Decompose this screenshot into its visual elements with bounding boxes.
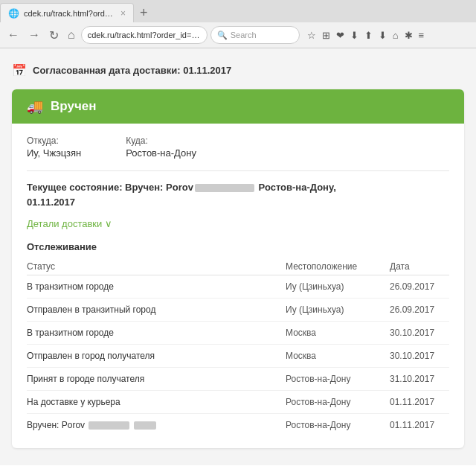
chevron-down-icon: ∨ <box>105 218 112 229</box>
tab-title: cdek.ru/track.html?order_id=Z... <box>24 9 116 18</box>
tracking-date-cell: 26.09.2017 <box>390 275 449 299</box>
heart-icon[interactable]: ❤ <box>335 28 346 42</box>
tracking-location-cell: Иу (Цзиньхуа) <box>286 275 390 299</box>
tracking-status-cell: В транзитном городе <box>27 322 286 345</box>
tracking-location-cell: Ростов-на-Дону <box>286 391 390 414</box>
tracking-date-cell: 01.11.2017 <box>390 414 449 437</box>
tracking-date-cell: 01.11.2017 <box>390 391 449 414</box>
tab-bar: 🌐 cdek.ru/track.html?order_id=Z... × + <box>0 0 476 22</box>
col-header-status: Статус <box>27 258 286 275</box>
save-icon[interactable]: ⬇ <box>377 28 388 42</box>
card-body: Откуда: Иу, Чжэцзян Куда: Ростов-на-Дону… <box>12 124 464 448</box>
tracking-location-cell: Ростов-на-Дону <box>286 368 390 391</box>
from-label: Откуда: <box>27 135 81 146</box>
tracking-location-cell: Москва <box>286 322 390 345</box>
tracking-date-cell: 30.10.2017 <box>390 345 449 368</box>
home-button[interactable]: ⌂ <box>65 27 78 43</box>
tracking-status-cell: Принят в городе получателя <box>27 368 286 391</box>
redacted-name-1 <box>195 184 254 192</box>
details-link-text: Детали доставки <box>27 218 102 229</box>
current-status-suffix: Ростов-на-Дону, <box>259 182 336 193</box>
delivery-date-section: 📅 Согласованная дата доставки: 01.11.201… <box>12 57 464 89</box>
current-status: Текущее состояние: Вручен: Porov Ростов-… <box>27 180 449 209</box>
url-bar[interactable]: cdek.ru/track.html?order_id=Z... <box>81 26 208 44</box>
search-box[interactable]: 🔍 Search <box>210 26 300 44</box>
tracking-status-cell: Отправлен в транзитный город <box>27 299 286 322</box>
card-header: 🚚 Вручен <box>12 89 464 124</box>
tracking-date-cell: 31.10.2017 <box>390 368 449 391</box>
reload-button[interactable]: ↻ <box>46 27 62 44</box>
to-section: Куда: Ростов-на-Дону <box>126 135 196 159</box>
new-tab-button[interactable]: + <box>134 3 154 22</box>
col-header-date: Дата <box>390 258 449 275</box>
tracking-location-cell: Иу (Цзиньхуа) <box>286 299 390 322</box>
tracking-status-cell: Отправлен в город получателя <box>27 345 286 368</box>
delivery-card: 🚚 Вручен Откуда: Иу, Чжэцзян Куда: Росто… <box>12 89 464 448</box>
divider-1 <box>27 170 449 171</box>
table-row: В транзитном городеИу (Цзиньхуа)26.09.20… <box>27 275 449 299</box>
table-row: Отправлен в транзитный городИу (Цзиньхуа… <box>27 299 449 322</box>
table-row: На доставке у курьераРостов-на-Дону01.11… <box>27 391 449 414</box>
table-row: Вручен: Porov Ростов-на-Дону01.11.2017 <box>27 414 449 437</box>
settings-icon[interactable]: ✱ <box>403 28 414 42</box>
search-icon: 🔍 <box>217 31 228 40</box>
table-row: Принят в городе получателяРостов-на-Дону… <box>27 368 449 391</box>
to-label: Куда: <box>126 135 196 146</box>
tracking-status-cell: На доставке у курьера <box>27 391 286 414</box>
forward-button[interactable]: → <box>25 27 43 43</box>
grid-icon[interactable]: ⊞ <box>321 28 332 42</box>
tracking-location-cell: Ростов-на-Дону <box>286 414 390 437</box>
tab-favicon-icon: 🌐 <box>8 8 19 19</box>
home-nav-icon[interactable]: ⌂ <box>391 28 400 42</box>
page-content: 📅 Согласованная дата доставки: 01.11.201… <box>0 48 476 465</box>
menu-icon[interactable]: ≡ <box>417 28 426 42</box>
table-row: В транзитном городеМосква30.10.2017 <box>27 322 449 345</box>
from-to-row: Откуда: Иу, Чжэцзян Куда: Ростов-на-Дону <box>27 135 449 159</box>
redacted-bar <box>134 421 156 430</box>
from-section: Откуда: Иу, Чжэцзян <box>27 135 81 159</box>
details-link[interactable]: Детали доставки ∨ <box>27 218 449 229</box>
browser-tab[interactable]: 🌐 cdek.ru/track.html?order_id=Z... × <box>0 3 134 22</box>
star-icon[interactable]: ☆ <box>306 28 318 42</box>
tracking-location-cell: Москва <box>286 345 390 368</box>
table-row: Отправлен в город получателяМосква30.10.… <box>27 345 449 368</box>
to-value: Ростов-на-Дону <box>126 147 196 159</box>
current-status-date: 01.11.2017 <box>27 197 75 208</box>
tracking-status-cell: Вручен: Porov <box>27 414 286 437</box>
download-icon[interactable]: ⬇ <box>349 28 360 42</box>
tracking-table: Статус Местоположение Дата В транзитном … <box>27 258 449 436</box>
tracking-date-cell: 30.10.2017 <box>390 322 449 345</box>
tab-close-button[interactable]: × <box>120 8 126 19</box>
browser-chrome: 🌐 cdek.ru/track.html?order_id=Z... × + ←… <box>0 0 476 48</box>
tracking-status-cell: В транзитном городе <box>27 275 286 299</box>
delivery-date-label: Согласованная дата доставки: 01.11.2017 <box>33 65 231 76</box>
current-status-prefix: Текущее состояние: Вручен: Porov <box>27 182 193 193</box>
card-header-title: Вручен <box>51 99 96 114</box>
search-placeholder-text: Search <box>231 31 257 39</box>
back-button[interactable]: ← <box>4 27 22 43</box>
toolbar-icons: ☆ ⊞ ❤ ⬇ ⬆ ⬇ ⌂ ✱ ≡ <box>306 28 425 42</box>
truck-icon: 🚚 <box>27 98 43 115</box>
url-text: cdek.ru/track.html?order_id=Z... <box>88 31 201 39</box>
col-header-location: Местоположение <box>286 258 390 275</box>
calendar-icon: 📅 <box>12 63 27 77</box>
tracking-date-cell: 26.09.2017 <box>390 299 449 322</box>
tracking-section-title: Отслеживание <box>27 241 449 252</box>
redacted-bar <box>89 421 129 430</box>
from-value: Иу, Чжэцзян <box>27 147 81 159</box>
address-bar: ← → ↻ ⌂ cdek.ru/track.html?order_id=Z...… <box>0 22 476 48</box>
upload-icon[interactable]: ⬆ <box>363 28 374 42</box>
